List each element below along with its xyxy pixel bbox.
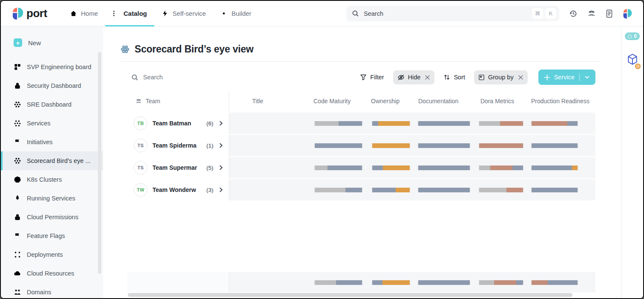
- table-row[interactable]: TBTeam Batman(6): [127, 113, 595, 134]
- table-row[interactable]: TWTeam Wonderw(3): [127, 179, 595, 200]
- sidebar-item-running-services[interactable]: Running Services: [1, 189, 103, 208]
- chevron-right-icon[interactable]: [218, 165, 224, 170]
- score-bar[interactable]: [478, 121, 524, 126]
- score-bar[interactable]: [531, 188, 578, 192]
- column-label: Ownership: [371, 98, 400, 105]
- score-bar[interactable]: [531, 121, 578, 126]
- sidebar-item-k8s-clusters[interactable]: K8s Clusters: [1, 170, 103, 189]
- score-bar[interactable]: [371, 143, 411, 148]
- main-nav: HomeCatalogSelf-serviceBuilder: [63, 1, 259, 26]
- sidebar-item-label: Cloud Resources: [27, 270, 74, 277]
- score-bar[interactable]: [417, 143, 471, 148]
- score-bar[interactable]: [478, 280, 524, 285]
- bar-segment: [479, 143, 523, 148]
- score-bar[interactable]: [417, 280, 471, 285]
- team-cell[interactable]: TSTeam Supermar(5): [127, 157, 229, 178]
- column-label: Title: [252, 98, 263, 105]
- column-header-documentation[interactable]: Documentation: [412, 91, 474, 111]
- score-bar[interactable]: [371, 280, 411, 285]
- sidebar-item-services[interactable]: Services: [1, 114, 103, 133]
- bar-segment: [532, 280, 548, 285]
- sidebar-item-scorecard-bird-s-eye[interactable]: Scorecard Bird's eye ...: [1, 151, 103, 170]
- tab-self-service[interactable]: Self-service: [154, 1, 213, 26]
- score-bar[interactable]: [371, 165, 411, 170]
- score-bar[interactable]: [531, 280, 578, 285]
- table-row[interactable]: TSTeam Spiderma(1): [127, 135, 595, 156]
- column-header-ownership[interactable]: Ownership: [365, 91, 412, 111]
- members-icon[interactable]: [587, 9, 596, 18]
- column-header-code-maturity[interactable]: Code Maturity: [312, 91, 365, 111]
- tab-home[interactable]: Home: [63, 1, 105, 26]
- chevron-right-icon[interactable]: [218, 121, 224, 126]
- tab-builder[interactable]: Builder: [213, 1, 259, 26]
- blueprint-cube-icon[interactable]: [627, 53, 638, 67]
- tab-label: Self-service: [172, 10, 206, 17]
- sidebar-item-cloud-permissions[interactable]: Cloud Permissions: [1, 208, 103, 226]
- sidebar-item-deployments[interactable]: Deployments: [1, 245, 103, 264]
- horizontal-scrollbar[interactable]: [128, 293, 572, 297]
- column-header-title[interactable]: Title: [229, 91, 312, 111]
- bar-segment: [479, 121, 500, 126]
- score-bar[interactable]: [371, 188, 411, 192]
- sidebar-item-initiatives[interactable]: Initiatives: [1, 133, 103, 151]
- eye-off-icon: [397, 74, 405, 81]
- hide-chip[interactable]: Hide: [393, 70, 435, 84]
- column-header-team[interactable]: Team: [127, 91, 229, 111]
- sidebar-item-svp-engineering-board[interactable]: SVP Engineering board: [1, 58, 103, 76]
- score-bar[interactable]: [314, 165, 363, 170]
- bar-segment: [372, 188, 396, 192]
- clock-badge-icon: [635, 63, 641, 70]
- score-bar[interactable]: [314, 143, 363, 148]
- chevron-down-icon[interactable]: [584, 75, 590, 80]
- docs-icon[interactable]: [606, 9, 613, 18]
- sidebar-scrollbar[interactable]: [98, 52, 101, 274]
- global-search-input[interactable]: Search ⌘ K: [346, 6, 559, 21]
- score-bar[interactable]: [417, 121, 471, 126]
- bar-segment: [418, 121, 470, 126]
- chevron-right-icon[interactable]: [218, 143, 224, 148]
- tab-catalog[interactable]: Catalog: [105, 1, 154, 26]
- table-search-input[interactable]: Search: [127, 74, 360, 81]
- port-logo[interactable]: port: [1, 7, 63, 20]
- plus-icon: [544, 74, 550, 81]
- sidebar-item-cloud-resources[interactable]: Cloud Resources: [1, 264, 103, 283]
- add-service-button[interactable]: Service: [538, 70, 595, 85]
- score-bar[interactable]: [478, 165, 524, 170]
- bar-segment: [315, 280, 336, 285]
- score-bar[interactable]: [314, 280, 363, 285]
- team-cell[interactable]: TSTeam Spiderma(1): [127, 135, 229, 156]
- port-account-icon[interactable]: [623, 8, 632, 19]
- table-row[interactable]: TSTeam Supermar(5): [127, 157, 595, 178]
- close-icon[interactable]: [518, 75, 523, 80]
- team-avatar: TB: [134, 116, 147, 130]
- score-bar[interactable]: [478, 143, 524, 148]
- score-cell-code-maturity: [312, 179, 365, 200]
- column-header-dora-metrics[interactable]: Dora Metrics: [474, 91, 527, 111]
- sidebar-item-security-dashboard[interactable]: Security Dashboard: [1, 76, 103, 95]
- notifications-badge[interactable]: 0: [625, 32, 640, 40]
- sidebar-item-sre-dashboard[interactable]: SRE Dashboard: [1, 95, 103, 114]
- score-bar[interactable]: [314, 188, 363, 192]
- score-bar[interactable]: [371, 121, 411, 126]
- score-bar[interactable]: [314, 121, 363, 126]
- close-icon[interactable]: [425, 75, 430, 80]
- history-icon[interactable]: [569, 9, 578, 18]
- sidebar-item-feature-flags[interactable]: Feature Flags: [1, 226, 103, 245]
- sidebar-item-label: SRE Dashboard: [27, 101, 72, 108]
- team-cell[interactable]: TBTeam Batman(6): [127, 113, 229, 134]
- sort-button[interactable]: Sort: [443, 74, 465, 81]
- sidebar-item-domains[interactable]: Domains: [1, 283, 103, 298]
- column-header-production-readiness[interactable]: Production Readiness: [527, 91, 595, 111]
- home-icon: [70, 10, 77, 17]
- page-title: Scorecard Bird’s eye view: [135, 44, 253, 55]
- score-bar[interactable]: [478, 188, 524, 192]
- group-by-chip[interactable]: Group by: [474, 70, 528, 84]
- score-bar[interactable]: [417, 188, 471, 192]
- score-bar[interactable]: [417, 165, 471, 170]
- team-cell[interactable]: TWTeam Wonderw(3): [127, 179, 229, 200]
- score-bar[interactable]: [531, 143, 578, 148]
- score-bar[interactable]: [531, 165, 578, 170]
- filter-button[interactable]: Filter: [360, 74, 384, 81]
- new-button[interactable]: + New: [1, 35, 103, 50]
- chevron-right-icon[interactable]: [218, 187, 224, 192]
